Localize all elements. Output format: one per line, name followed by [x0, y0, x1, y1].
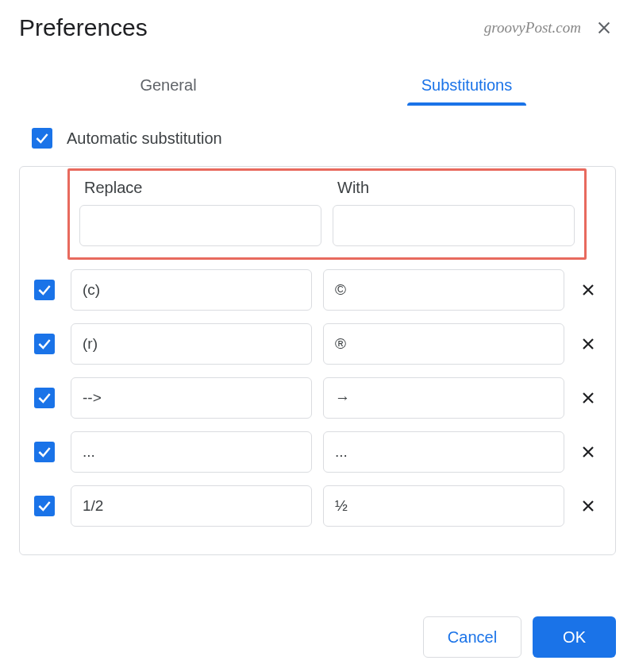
tab-content: Automatic substitution Replace With: [0, 106, 635, 555]
tab-bar: General Substitutions: [0, 67, 635, 106]
row-checkbox[interactable]: [34, 388, 55, 408]
ok-button[interactable]: OK: [533, 616, 616, 658]
scroll-area[interactable]: Replace With: [20, 167, 615, 554]
remove-row-button[interactable]: [575, 445, 601, 459]
tab-substitutions[interactable]: Substitutions: [318, 67, 616, 106]
replace-header: Replace: [79, 179, 321, 197]
close-icon: [581, 391, 595, 405]
dialog-title: Preferences: [19, 14, 148, 41]
check-icon: [34, 130, 50, 146]
with-input[interactable]: [323, 377, 564, 419]
auto-substitution-label: Automatic substitution: [67, 129, 222, 148]
column-headers: Replace With: [79, 179, 575, 197]
check-icon: [37, 444, 52, 460]
row-checkbox[interactable]: [34, 442, 55, 462]
check-icon: [37, 336, 52, 352]
row-checkbox[interactable]: [34, 334, 55, 354]
watermark-text: groovyPost.com: [484, 19, 581, 37]
substitution-row: [34, 377, 601, 419]
with-header: With: [333, 179, 575, 197]
remove-row-button[interactable]: [575, 337, 601, 351]
substitution-row: [34, 269, 601, 311]
with-input[interactable]: [323, 269, 564, 311]
new-entry-highlight: Replace With: [67, 168, 587, 260]
close-icon: [581, 445, 595, 459]
check-icon: [37, 390, 52, 406]
header-right: groovyPost.com: [484, 16, 616, 40]
replace-input[interactable]: [71, 377, 312, 419]
with-input[interactable]: [323, 431, 564, 473]
cancel-button[interactable]: Cancel: [423, 616, 521, 658]
substitution-row: [34, 323, 601, 365]
check-icon: [37, 498, 52, 514]
with-input[interactable]: [323, 323, 564, 365]
replace-input[interactable]: [71, 269, 312, 311]
replace-input[interactable]: [71, 431, 312, 473]
check-icon: [37, 282, 52, 298]
remove-row-button[interactable]: [575, 499, 601, 513]
substitution-row: [34, 485, 601, 527]
substitution-rows: [34, 269, 601, 527]
preferences-dialog: Preferences groovyPost.com General Subst…: [0, 0, 635, 672]
new-replace-input[interactable]: [79, 205, 321, 246]
row-checkbox[interactable]: [34, 280, 55, 300]
substitutions-table: Replace With: [19, 166, 616, 555]
replace-input[interactable]: [71, 485, 312, 527]
tab-general[interactable]: General: [19, 67, 318, 106]
auto-substitution-row: Automatic substitution: [19, 128, 616, 149]
close-icon: [581, 283, 595, 297]
new-with-input[interactable]: [333, 205, 575, 246]
dialog-footer: Cancel OK: [423, 616, 616, 658]
replace-input[interactable]: [71, 323, 312, 365]
with-input[interactable]: [323, 485, 564, 527]
row-checkbox[interactable]: [34, 496, 55, 516]
dialog-header: Preferences groovyPost.com: [0, 0, 635, 41]
close-button[interactable]: [592, 16, 616, 40]
remove-row-button[interactable]: [575, 283, 601, 297]
close-icon: [595, 19, 613, 37]
remove-row-button[interactable]: [575, 391, 601, 405]
close-icon: [581, 337, 595, 351]
new-entry-row: [79, 205, 575, 246]
substitution-row: [34, 431, 601, 473]
close-icon: [581, 499, 595, 513]
auto-substitution-checkbox[interactable]: [32, 128, 52, 149]
